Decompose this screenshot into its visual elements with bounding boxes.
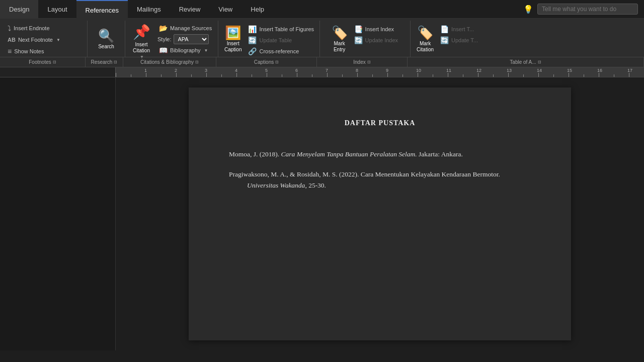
tab-review[interactable]: Review [170,0,210,19]
footnotes-group-label: Footnotes [29,59,51,65]
insert-endnote-label: Insert Endnote [14,25,50,31]
ruler: 1234567891011121314151617 [0,67,644,77]
insert-toa-icon: 📄 [440,25,449,33]
show-notes-btn[interactable]: ≡ Show Notes [5,46,63,57]
table-figures-label: Insert Table of Figures [259,26,314,32]
cross-reference-label: Cross-reference [259,48,299,54]
citations-group-label: Citations & Bibliography [140,59,194,65]
group-table-authorities: 🏷️ MarkCitation 📄 Insert T... 🔄 Update T… [411,21,491,57]
footnotes-expand-icon: ⊡ [53,60,56,64]
insert-index-label: Insert Index [365,26,394,32]
reference-entry-1: Momoa, J. (2018). Cara Menyelam Tanpa Ba… [229,149,531,160]
update-toa-label: Update T... [451,37,478,43]
footnotes-stack: ⤵ Insert Endnote AB Next Footnote ▼ ≡ Sh… [5,22,63,57]
citations-expand-icon: ⊡ [195,60,199,64]
tab-help[interactable]: Help [242,0,273,19]
group-index: 🏷️ MarkEntry 📑 Insert Index 🔄 Update Ind… [320,21,411,57]
insert-toa-label: Insert T... [451,26,474,32]
manage-sources-btn[interactable]: 📂 Manage Sources [156,23,214,34]
update-toa-btn[interactable]: 🔄 Update T... [438,35,488,46]
group-research: 🔍 Search [88,21,125,57]
search-bar-area: 💡 [523,4,644,15]
tab-design[interactable]: Design [0,0,38,19]
search-btn[interactable]: 🔍 Search [95,22,117,57]
insert-table-figures-btn[interactable]: 📊 Insert Table of Figures [246,24,316,35]
cross-reference-icon: 🔗 [248,47,257,55]
next-footnote-btn[interactable]: AB Next Footnote ▼ [5,34,63,45]
next-footnote-arrow: ▼ [56,38,60,42]
tab-layout[interactable]: Layout [38,0,76,19]
show-notes-icon: ≡ [8,47,12,55]
insert-caption-btn[interactable]: 🖼️ InsertCaption [221,22,245,57]
reference-entry-2: Pragiwaksono, M. A., & Rosidah, M. S. (2… [229,169,531,191]
tab-mailings[interactable]: Mailings [128,0,170,19]
style-row: Style: APA MLA Chicago [156,34,214,45]
research-buttons: 🔍 Search [95,22,117,57]
ruler-margin-left [0,67,116,77]
mark-entry-label: MarkEntry [334,41,345,53]
ribbon-groups: ⤵ Insert Endnote AB Next Footnote ▼ ≡ Sh… [0,21,644,57]
update-table-btn[interactable]: 🔄 Update Table [246,35,316,46]
style-label: Style: [157,36,172,42]
search-icon: 🔍 [98,29,114,42]
toa-stack: 📄 Insert T... 🔄 Update T... [438,23,488,46]
tab-references[interactable]: References [76,0,128,19]
captions-expand-icon: ⊡ [275,60,279,64]
bibliography-icon: 📖 [159,46,168,54]
manage-sources-icon: 📂 [159,24,168,32]
document-area: DAFTAR PUSTAKA Momoa, J. (2018). Cara Me… [0,77,644,350]
mark-citation-btn[interactable]: 🏷️ MarkCitation [414,22,437,57]
label-index[interactable]: Index ⊡ [317,57,408,67]
ref1-normal1: Momoa, J. (2018). [229,150,281,158]
label-toa[interactable]: Table of A... ⊡ [408,57,644,67]
insert-citation-btn[interactable]: 📌 InsertCitation ▼ [128,22,154,57]
insert-index-icon: 📑 [354,25,363,33]
footnotes-buttons: ⤵ Insert Endnote AB Next Footnote ▼ ≡ Sh… [5,22,63,57]
group-captions: 🖼️ InsertCaption 📊 Insert Table of Figur… [218,21,320,57]
ribbon-labels-row: Footnotes ⊡ Research ⊡ Citations & Bibli… [0,57,644,67]
label-captions[interactable]: Captions ⊡ [216,57,317,67]
insert-citation-main: 📌 InsertCitation [130,22,153,55]
citations-stack: 📂 Manage Sources Style: APA MLA Chicago … [156,22,214,56]
label-research[interactable]: Research ⊡ [86,57,123,67]
style-select[interactable]: APA MLA Chicago [174,34,209,44]
update-toa-icon: 🔄 [440,36,449,44]
update-index-icon: 🔄 [354,36,363,44]
update-index-label: Update Index [365,37,398,43]
document-page: DAFTAR PUSTAKA Momoa, J. (2018). Cara Me… [189,87,571,340]
mark-citation-icon: 🏷️ [417,26,433,39]
update-table-icon: 🔄 [248,36,257,44]
document-title: DAFTAR PUSTAKA [229,118,531,129]
ruler-ticks-area: 1234567891011121314151617 [116,67,644,77]
tell-me-input[interactable] [537,4,638,15]
lightbulb-icon: 💡 [523,5,533,14]
captions-stack: 📊 Insert Table of Figures 🔄 Update Table… [246,23,316,57]
ref2-normal2: , 25-30. [305,182,326,189]
insert-citation-icon: 📌 [133,24,150,41]
insert-citation-label: InsertCitation [133,42,150,54]
citations-inner: 📌 InsertCitation ▼ 📂 Manage Sources Styl… [128,22,214,57]
update-index-btn[interactable]: 🔄 Update Index [352,35,402,46]
captions-group-label: Captions [254,59,274,65]
next-footnote-icon: AB [8,37,16,43]
bibliography-btn[interactable]: 📖 Bibliography ▼ [156,45,214,56]
label-footnotes[interactable]: Footnotes ⊡ [0,57,86,67]
insert-endnote-btn[interactable]: ⤵ Insert Endnote [5,23,63,34]
insert-caption-label: InsertCaption [224,41,242,53]
ref1-normal2: Jakarta: Ankara. [417,150,463,158]
insert-index-btn[interactable]: 📑 Insert Index [352,24,402,35]
research-group-label: Research [91,59,113,65]
ref1-italic: Cara Menyelam Tanpa Bantuan Peralatan Se… [281,150,417,158]
index-group-label: Index [353,59,365,65]
search-label: Search [98,44,114,50]
bibliography-arrow: ▼ [204,48,208,53]
insert-table-authorities-btn[interactable]: 📄 Insert T... [438,24,488,35]
cross-reference-btn[interactable]: 🔗 Cross-reference [246,46,316,57]
label-citations[interactable]: Citations & Bibliography ⊡ [123,57,216,67]
mark-entry-btn[interactable]: 🏷️ MarkEntry [329,22,351,57]
tab-view[interactable]: View [209,0,242,19]
captions-buttons: 🖼️ InsertCaption 📊 Insert Table of Figur… [221,22,316,57]
tabs-bar: Design Layout References Mailings Review… [0,0,644,19]
mark-entry-icon: 🏷️ [332,26,348,39]
endnote-icon: ⤵ [8,24,11,32]
